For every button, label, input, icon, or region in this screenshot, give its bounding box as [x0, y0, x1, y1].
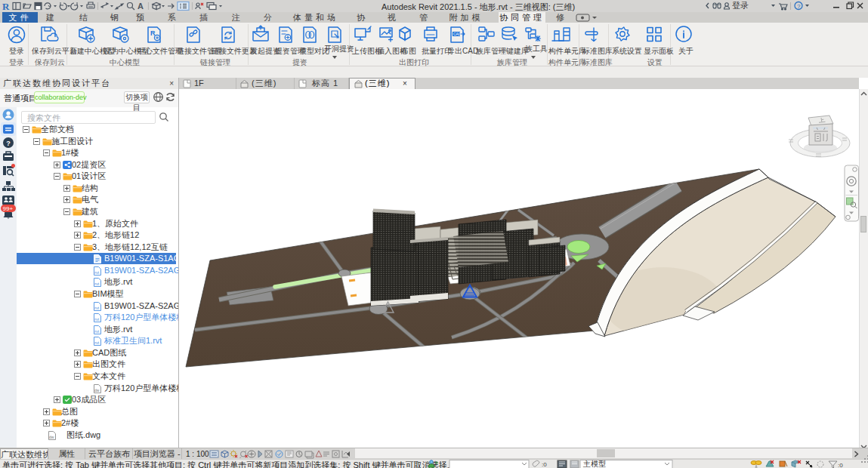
svg-text:99+: 99+: [3, 205, 14, 212]
svg-text:?: ?: [6, 140, 11, 147]
svg-text:CAD: CAD: [453, 32, 462, 36]
svg-text::0: :0: [542, 461, 547, 468]
svg-text:dw: dw: [49, 435, 54, 439]
svg-text:rvt: rvt: [94, 270, 100, 275]
svg-text:rvt: rvt: [94, 340, 100, 345]
svg-text:?: ?: [797, 3, 801, 10]
svg-text:主模型: 主模型: [582, 460, 606, 468]
svg-text:dw: dw: [94, 388, 100, 393]
svg-text:rvt: rvt: [94, 282, 100, 286]
svg-text:A: A: [137, 2, 144, 11]
svg-text:rvt: rvt: [94, 317, 100, 322]
svg-text:登录: 登录: [732, 1, 749, 10]
svg-text:rvt: rvt: [94, 329, 100, 334]
svg-text:R: R: [2, 1, 10, 11]
svg-text:rvt: rvt: [94, 306, 100, 310]
svg-text::0: :0: [838, 462, 843, 468]
